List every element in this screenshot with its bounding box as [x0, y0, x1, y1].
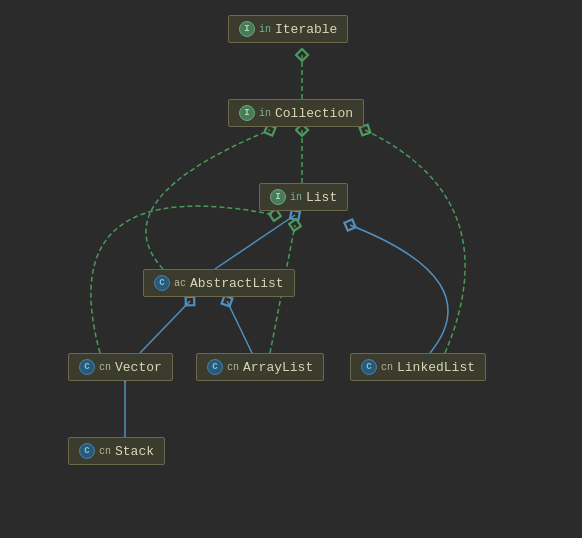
label-linkedlist: LinkedList [397, 360, 475, 375]
node-abstractlist[interactable]: ac AbstractList [143, 269, 295, 297]
node-iterable[interactable]: in Iterable [228, 15, 348, 43]
label-type-abstractlist: ac [174, 278, 186, 289]
badge-iterable [239, 21, 255, 37]
label-type-iterable: in [259, 24, 271, 35]
label-collection: Collection [275, 106, 353, 121]
svg-line-6 [215, 215, 295, 269]
label-iterable: Iterable [275, 22, 337, 37]
label-type-arraylist: cn [227, 362, 239, 373]
label-type-stack: cn [99, 446, 111, 457]
svg-line-9 [140, 301, 190, 353]
label-type-list: in [290, 192, 302, 203]
badge-arraylist [207, 359, 223, 375]
badge-vector [79, 359, 95, 375]
badge-abstractlist [154, 275, 170, 291]
badge-linkedlist [361, 359, 377, 375]
node-list[interactable]: in List [259, 183, 348, 211]
node-collection[interactable]: in Collection [228, 99, 364, 127]
label-vector: Vector [115, 360, 162, 375]
diagram-container: in Iterable in Collection in List ac Abs… [0, 0, 582, 538]
label-abstractlist: AbstractList [190, 276, 284, 291]
label-type-linkedlist: cn [381, 362, 393, 373]
label-type-vector: cn [99, 362, 111, 373]
label-type-collection: in [259, 108, 271, 119]
badge-stack [79, 443, 95, 459]
node-stack[interactable]: cn Stack [68, 437, 165, 465]
label-stack: Stack [115, 444, 154, 459]
label-arraylist: ArrayList [243, 360, 313, 375]
svg-line-7 [227, 301, 252, 353]
node-vector[interactable]: cn Vector [68, 353, 173, 381]
node-linkedlist[interactable]: cn LinkedList [350, 353, 486, 381]
badge-collection [239, 105, 255, 121]
label-list: List [306, 190, 337, 205]
badge-list [270, 189, 286, 205]
node-arraylist[interactable]: cn ArrayList [196, 353, 324, 381]
